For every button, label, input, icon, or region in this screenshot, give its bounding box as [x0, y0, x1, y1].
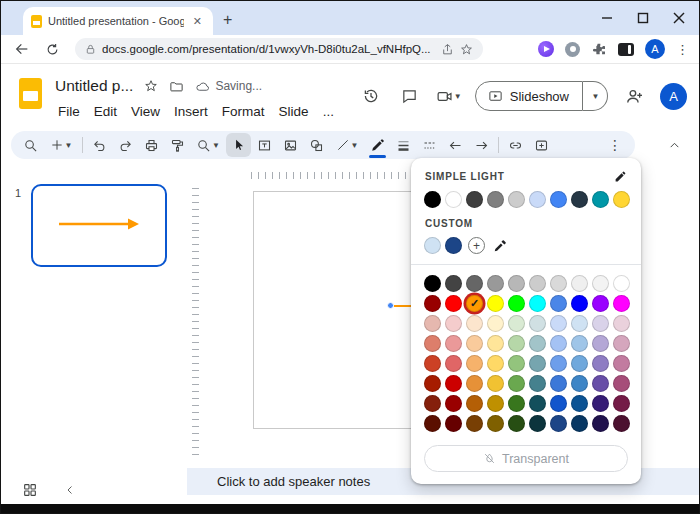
color-swatch[interactable] — [508, 395, 525, 412]
menu-insert[interactable]: Insert — [167, 101, 215, 122]
color-swatch[interactable] — [529, 375, 546, 392]
color-swatch[interactable] — [508, 275, 525, 292]
document-title[interactable]: Untitled p... — [55, 77, 133, 95]
color-swatch[interactable] — [550, 191, 567, 208]
color-swatch[interactable] — [592, 375, 609, 392]
meet-camera-icon[interactable]: ▼ — [436, 83, 462, 109]
browser-tab[interactable]: Untitled presentation - Google S ✕ — [23, 7, 213, 35]
browser-menu-icon[interactable]: ⋮ — [676, 42, 689, 57]
color-swatch[interactable] — [508, 375, 525, 392]
color-swatch[interactable] — [424, 375, 441, 392]
color-swatch[interactable] — [487, 395, 504, 412]
edit-theme-colors-icon[interactable] — [614, 170, 627, 183]
line-end-arrow-icon[interactable] — [469, 133, 494, 157]
color-swatch[interactable] — [487, 335, 504, 352]
color-swatch[interactable] — [487, 415, 504, 432]
color-swatch[interactable] — [529, 275, 546, 292]
color-swatch[interactable] — [571, 415, 588, 432]
paint-format-icon[interactable] — [165, 133, 190, 157]
color-swatch[interactable] — [508, 355, 525, 372]
back-icon[interactable] — [11, 38, 33, 60]
color-swatch[interactable] — [571, 375, 588, 392]
color-swatch[interactable] — [508, 315, 525, 332]
color-swatch[interactable] — [592, 355, 609, 372]
menu-view[interactable]: View — [124, 101, 167, 122]
collapse-filmstrip-icon[interactable] — [59, 479, 81, 501]
color-swatch[interactable] — [487, 315, 504, 332]
color-swatch[interactable] — [466, 355, 483, 372]
color-swatch[interactable] — [592, 395, 609, 412]
color-swatch[interactable] — [613, 395, 630, 412]
color-swatch[interactable] — [613, 315, 630, 332]
color-swatch[interactable] — [424, 355, 441, 372]
maximize-button[interactable] — [629, 6, 657, 30]
color-swatch[interactable] — [550, 335, 567, 352]
color-swatch[interactable] — [550, 315, 567, 332]
border-color-icon[interactable] — [365, 133, 390, 157]
color-swatch[interactable] — [613, 355, 630, 372]
color-swatch[interactable] — [550, 415, 567, 432]
color-swatch[interactable] — [424, 295, 441, 312]
share-icon[interactable] — [441, 43, 454, 56]
color-swatch[interactable] — [424, 237, 441, 254]
color-swatch[interactable] — [571, 275, 588, 292]
color-swatch[interactable] — [445, 375, 462, 392]
hide-menus-icon[interactable] — [663, 134, 686, 157]
puzzle-extensions-icon[interactable] — [591, 41, 607, 57]
color-swatch[interactable] — [592, 335, 609, 352]
color-swatch[interactable] — [550, 375, 567, 392]
color-swatch[interactable] — [508, 191, 525, 208]
minimize-button[interactable] — [593, 6, 621, 30]
reload-icon[interactable] — [41, 38, 63, 60]
line-weight-icon[interactable] — [391, 133, 416, 157]
color-swatch[interactable] — [571, 191, 588, 208]
color-swatch[interactable] — [529, 191, 546, 208]
color-swatch[interactable] — [550, 295, 567, 312]
color-swatch[interactable] — [445, 395, 462, 412]
color-swatch[interactable] — [466, 275, 483, 292]
new-tab-button[interactable]: + — [223, 10, 232, 30]
insert-line-icon[interactable]: ▼ — [330, 133, 364, 157]
color-swatch[interactable] — [445, 237, 462, 254]
color-swatch[interactable] — [529, 335, 546, 352]
print-icon[interactable] — [139, 133, 164, 157]
star-icon[interactable] — [144, 79, 158, 93]
slide-thumbnail[interactable] — [31, 184, 167, 267]
color-swatch[interactable] — [571, 295, 588, 312]
color-swatch[interactable] — [613, 335, 630, 352]
color-swatch[interactable] — [571, 395, 588, 412]
color-swatch[interactable] — [487, 355, 504, 372]
close-button[interactable] — [665, 6, 693, 30]
menu-file[interactable]: File — [51, 101, 87, 122]
color-swatch[interactable] — [445, 355, 462, 372]
menu-edit[interactable]: Edit — [87, 101, 124, 122]
insert-shape-icon[interactable] — [304, 133, 329, 157]
grid-view-icon[interactable] — [19, 479, 41, 501]
color-swatch[interactable] — [529, 395, 546, 412]
color-swatch[interactable] — [424, 335, 441, 352]
slideshow-button[interactable]: Slideshow — [475, 81, 583, 111]
color-swatch[interactable] — [466, 191, 483, 208]
insert-link-icon[interactable] — [503, 133, 528, 157]
color-swatch[interactable] — [592, 315, 609, 332]
color-swatch[interactable] — [424, 191, 441, 208]
toolbar-overflow-icon[interactable]: ⋮ — [602, 137, 628, 153]
line-dash-icon[interactable] — [417, 133, 442, 157]
menu-overflow[interactable]: ... — [316, 101, 341, 122]
color-swatch[interactable] — [550, 395, 567, 412]
add-custom-color-button[interactable]: + — [468, 237, 485, 254]
color-swatch[interactable] — [613, 275, 630, 292]
color-swatch[interactable] — [592, 191, 609, 208]
url-field[interactable]: docs.google.com/presentation/d/1vwxyVh-D… — [75, 38, 483, 60]
new-slide-button[interactable]: ▼ — [44, 133, 78, 157]
color-swatch[interactable] — [445, 315, 462, 332]
color-swatch[interactable] — [592, 295, 609, 312]
color-swatch[interactable] — [529, 355, 546, 372]
menu-slide[interactable]: Slide — [272, 101, 316, 122]
extension-icon[interactable] — [565, 42, 580, 57]
split-screen-icon[interactable] — [618, 43, 634, 56]
share-person-add-icon[interactable] — [621, 83, 647, 109]
color-swatch[interactable] — [571, 335, 588, 352]
color-swatch[interactable] — [613, 191, 630, 208]
browser-avatar[interactable]: A — [645, 39, 665, 59]
